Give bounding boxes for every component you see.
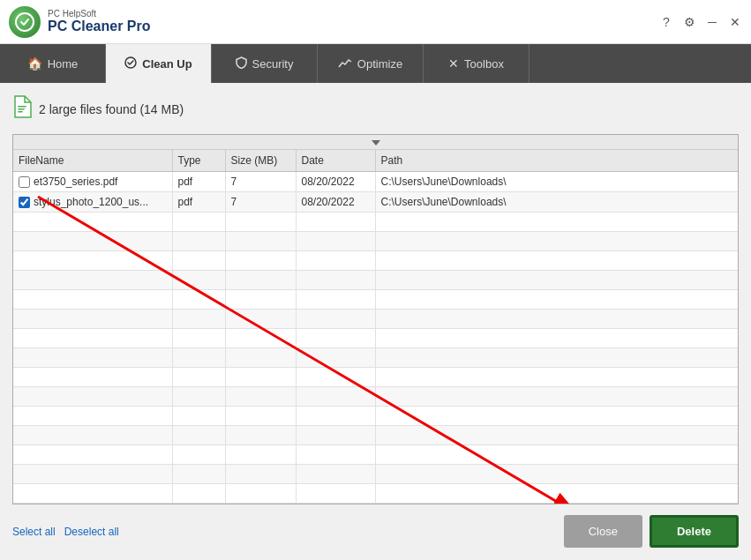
tab-home-label: Home xyxy=(48,57,79,71)
tab-cleanup-label: Clean Up xyxy=(142,57,192,71)
toolbox-icon: ✕ xyxy=(448,56,459,71)
home-icon: 🏠 xyxy=(27,56,42,71)
col-date: Date xyxy=(296,150,375,172)
cell-date-2: 08/20/2022 xyxy=(296,192,375,213)
action-buttons: Close Delete xyxy=(564,515,739,548)
table-header-row: FileName Type Size (MB) Date Path xyxy=(13,150,738,172)
table-row: stylus_photo_1200_us... pdf 7 08/20/2022… xyxy=(13,192,738,213)
filename-1: et3750_series.pdf xyxy=(34,175,117,188)
tab-cleanup[interactable]: Clean Up xyxy=(106,44,212,83)
empty-row xyxy=(13,290,738,310)
col-size: Size (MB) xyxy=(225,150,296,172)
app-title: PC Cleaner Pro xyxy=(48,19,150,34)
table-row: et3750_series.pdf pdf 7 08/20/2022 C:\Us… xyxy=(13,172,738,192)
nav-tabs: 🏠 Home Clean Up Security Optimize ✕ Tool… xyxy=(0,44,751,83)
file-icon xyxy=(12,95,32,123)
scroll-arrow-icon xyxy=(372,140,380,146)
select-all-link[interactable]: Select all xyxy=(12,526,56,538)
row-checkbox-1[interactable] xyxy=(19,176,30,188)
select-links: Select all Deselect all xyxy=(12,526,119,538)
tab-security[interactable]: Security xyxy=(212,44,318,83)
cell-date-1: 08/20/2022 xyxy=(296,172,375,192)
cell-type-1: pdf xyxy=(172,172,225,192)
bottom-bar: Select all Deselect all Close Delete xyxy=(12,511,739,551)
deselect-all-link[interactable]: Deselect all xyxy=(64,526,119,538)
empty-row xyxy=(13,445,738,465)
close-button[interactable]: Close xyxy=(564,515,642,548)
scroll-indicator xyxy=(13,135,738,150)
empty-row xyxy=(13,387,738,407)
empty-row xyxy=(13,465,738,484)
cleanup-icon xyxy=(124,56,137,71)
cell-path-1: C:\Users\June\Downloads\ xyxy=(375,172,738,192)
empty-row xyxy=(13,271,738,290)
help-button[interactable]: ? xyxy=(657,13,675,31)
col-path: Path xyxy=(375,150,738,172)
main-content: 2 large files found (14 MB) FileName Typ… xyxy=(0,83,751,560)
empty-row xyxy=(13,407,738,426)
col-filename: FileName xyxy=(13,150,172,172)
cell-path-2: C:\Users\June\Downloads\ xyxy=(375,192,738,213)
close-button[interactable]: ✕ xyxy=(726,13,744,31)
empty-row xyxy=(13,213,738,232)
tab-security-label: Security xyxy=(252,57,294,71)
app-title-block: PC HelpSoft PC Cleaner Pro xyxy=(48,9,150,34)
empty-row xyxy=(13,310,738,329)
app-subtitle: PC HelpSoft xyxy=(48,9,150,19)
app-logo: PC HelpSoft PC Cleaner Pro xyxy=(9,6,150,38)
svg-rect-2 xyxy=(18,106,26,108)
title-bar: PC HelpSoft PC Cleaner Pro ? ⚙ ─ ✕ xyxy=(0,0,751,44)
tab-toolbox-label: Toolbox xyxy=(464,57,504,71)
delete-button[interactable]: Delete xyxy=(650,515,739,548)
empty-row xyxy=(13,329,738,348)
svg-rect-4 xyxy=(18,111,23,113)
tab-home[interactable]: 🏠 Home xyxy=(0,44,106,83)
optimize-icon xyxy=(338,56,352,71)
files-table-container: FileName Type Size (MB) Date Path et3750… xyxy=(12,134,739,504)
empty-row xyxy=(13,232,738,251)
col-type: Type xyxy=(172,150,225,172)
minimize-button[interactable]: ─ xyxy=(703,13,721,31)
files-table: FileName Type Size (MB) Date Path et3750… xyxy=(13,150,738,504)
cell-type-2: pdf xyxy=(172,192,225,213)
empty-row xyxy=(13,251,738,271)
settings-button[interactable]: ⚙ xyxy=(680,13,698,31)
file-header: 2 large files found (14 MB) xyxy=(12,92,739,127)
cell-filename-1: et3750_series.pdf xyxy=(13,172,172,192)
file-count-text: 2 large files found (14 MB) xyxy=(39,102,184,116)
empty-row xyxy=(13,426,738,445)
empty-row xyxy=(13,484,738,504)
row-checkbox-2[interactable] xyxy=(19,197,30,208)
filename-2: stylus_photo_1200_us... xyxy=(34,196,148,208)
cell-size-1: 7 xyxy=(225,172,296,192)
tab-optimize[interactable]: Optimize xyxy=(318,44,424,83)
svg-point-0 xyxy=(16,13,34,31)
cell-size-2: 7 xyxy=(225,192,296,213)
svg-rect-3 xyxy=(18,108,25,110)
empty-row xyxy=(13,348,738,368)
empty-row xyxy=(13,368,738,387)
logo-icon xyxy=(9,6,41,38)
tab-optimize-label: Optimize xyxy=(357,57,402,71)
tab-toolbox[interactable]: ✕ Toolbox xyxy=(424,44,529,83)
window-controls: ? ⚙ ─ ✕ xyxy=(657,13,744,31)
cell-filename-2: stylus_photo_1200_us... xyxy=(13,192,172,213)
security-icon xyxy=(236,56,247,71)
table-body: et3750_series.pdf pdf 7 08/20/2022 C:\Us… xyxy=(13,172,738,504)
